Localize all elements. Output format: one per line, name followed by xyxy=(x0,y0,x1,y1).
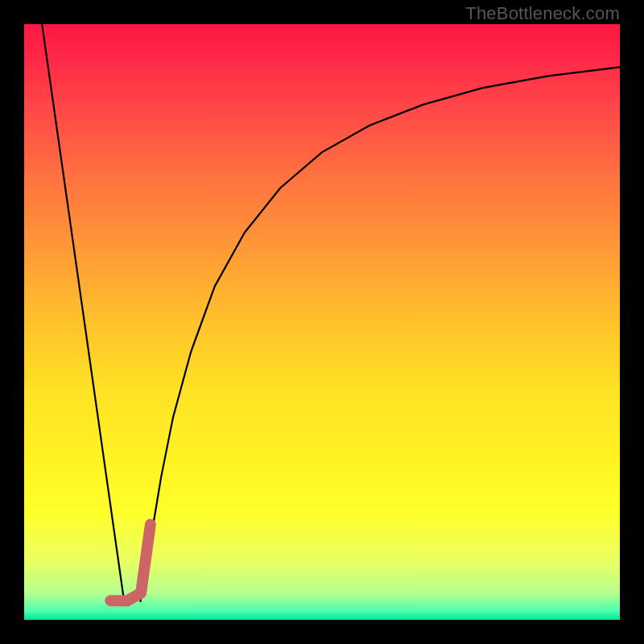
curves-layer xyxy=(24,24,620,620)
chart-frame: TheBottleneck.com xyxy=(0,0,644,644)
series-right-curve xyxy=(140,67,620,602)
series-j-mark xyxy=(110,525,151,601)
plot-area xyxy=(24,24,620,620)
series-left-line xyxy=(42,24,124,602)
watermark-text: TheBottleneck.com xyxy=(465,3,620,24)
